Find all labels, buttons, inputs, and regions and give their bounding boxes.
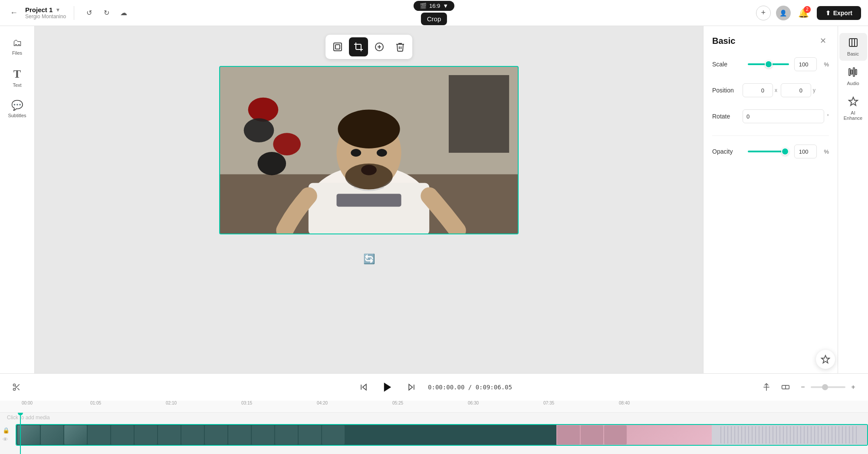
dropdown-icon[interactable]: ▼ bbox=[55, 7, 60, 13]
svg-point-18 bbox=[351, 149, 361, 157]
back-button[interactable]: ← bbox=[7, 6, 21, 20]
thumb-2 bbox=[41, 425, 63, 444]
svg-rect-8 bbox=[449, 75, 509, 153]
svg-point-16 bbox=[338, 110, 400, 148]
rotate-input[interactable] bbox=[743, 109, 824, 123]
ruler-mark-3: 03:15 bbox=[241, 401, 252, 405]
right-icon-audio[interactable]: Audio bbox=[839, 63, 867, 90]
scale-slider[interactable] bbox=[748, 63, 789, 65]
notification-button[interactable]: 🔔 2 bbox=[796, 5, 812, 21]
redo-button[interactable]: ↻ bbox=[99, 6, 113, 20]
thumb-4 bbox=[88, 425, 110, 444]
sidebar-item-subtitles[interactable]: 💬 Subtitles bbox=[2, 95, 33, 122]
project-name: Project 1 bbox=[25, 6, 53, 13]
floating-ai-button[interactable] bbox=[816, 350, 835, 369]
aspect-dropdown-icon: ▼ bbox=[443, 3, 448, 9]
delete-button[interactable] bbox=[391, 37, 410, 56]
left-sidebar: 🗂 Files T Text 💬 Subtitles bbox=[0, 26, 35, 373]
scale-value-input[interactable] bbox=[794, 57, 817, 71]
basic-icon bbox=[848, 37, 858, 49]
svg-point-20 bbox=[361, 165, 377, 175]
pink-segment bbox=[556, 425, 712, 445]
cloud-save-button[interactable]: ☁ bbox=[117, 6, 131, 20]
header: ← Project 1 ▼ Sergio Montanino ↺ ↻ ☁ 🎬 1… bbox=[0, 0, 868, 26]
position-y-input[interactable] bbox=[781, 83, 811, 97]
add-button[interactable]: + bbox=[756, 6, 771, 20]
refresh-icon[interactable]: 🔄 bbox=[363, 253, 375, 265]
time-display: 0:00:00.00 / 0:09:06.05 bbox=[428, 384, 512, 391]
svg-rect-22 bbox=[849, 39, 857, 46]
rewind-button[interactable] bbox=[356, 379, 372, 395]
ai-icon-label: AI Enhance bbox=[843, 110, 864, 121]
position-label: Position bbox=[712, 87, 743, 94]
add-overlay-button[interactable] bbox=[370, 37, 389, 56]
playhead[interactable] bbox=[20, 413, 21, 454]
sidebar-item-text[interactable]: T Text bbox=[2, 63, 33, 92]
fast-forward-button[interactable] bbox=[404, 379, 419, 395]
svg-marker-36 bbox=[363, 384, 366, 390]
zoom-out-button[interactable]: − bbox=[797, 381, 809, 393]
ai-enhance-icon bbox=[848, 96, 858, 109]
svg-point-12 bbox=[257, 152, 286, 175]
svg-rect-26 bbox=[851, 70, 852, 74]
opacity-slider[interactable] bbox=[748, 151, 789, 152]
canvas-toolbar bbox=[326, 35, 412, 59]
zoom-in-button[interactable]: + bbox=[847, 381, 859, 393]
basic-icon-label: Basic bbox=[847, 51, 859, 56]
ruler-mark-1: 01:05 bbox=[90, 401, 101, 405]
right-timeline-controls: − + bbox=[759, 379, 859, 395]
white-segment bbox=[712, 425, 867, 445]
camera-icon: 🎬 bbox=[420, 3, 427, 9]
panel-close-button[interactable]: ✕ bbox=[817, 35, 829, 47]
position-x-group: x bbox=[743, 83, 777, 97]
media-track[interactable] bbox=[16, 424, 868, 446]
svg-point-32 bbox=[13, 388, 16, 391]
opacity-row: Opacity % bbox=[712, 145, 829, 158]
position-x-input[interactable] bbox=[743, 83, 773, 97]
scissors-button[interactable] bbox=[9, 379, 24, 395]
svg-line-35 bbox=[15, 386, 16, 387]
audio-icon bbox=[848, 67, 858, 79]
aspect-ratio-button[interactable]: 🎬 16:9 ▼ bbox=[414, 1, 454, 11]
thumb-14 bbox=[322, 425, 345, 444]
export-label: Export bbox=[833, 10, 852, 16]
bottom-area: 0:00:00.00 / 0:09:06.05 − + 00:00 01:05 … bbox=[0, 373, 868, 454]
scale-label: Scale bbox=[712, 61, 743, 68]
play-controls bbox=[356, 378, 419, 396]
undo-button[interactable]: ↺ bbox=[82, 6, 96, 20]
svg-point-11 bbox=[273, 133, 301, 155]
sidebar-text-label: Text bbox=[13, 82, 21, 88]
svg-line-34 bbox=[17, 388, 20, 390]
fit-button[interactable] bbox=[328, 37, 347, 56]
pink-thumb-2 bbox=[581, 425, 603, 444]
timeline-ruler: 00:00 01:05 02:10 03:15 04:20 05:25 06:3… bbox=[0, 401, 868, 413]
track-lock-icon: 🔒 bbox=[3, 427, 10, 434]
crop-button[interactable] bbox=[349, 37, 368, 56]
position-row: Position x y bbox=[712, 83, 829, 97]
ruler-mark-8: 08:40 bbox=[619, 401, 630, 405]
split-button[interactable] bbox=[778, 379, 793, 395]
svg-marker-38 bbox=[384, 383, 391, 392]
timeline-controls: 0:00:00.00 / 0:09:06.05 − + bbox=[0, 374, 868, 401]
right-icon-basic[interactable]: Basic bbox=[839, 33, 867, 61]
right-icons-sidebar: Basic Audio AI Enhance bbox=[838, 26, 868, 373]
ruler-mark-6: 06:30 bbox=[468, 401, 479, 405]
play-button[interactable] bbox=[378, 378, 397, 396]
avatar: 👤 bbox=[776, 6, 791, 20]
zoom-slider[interactable] bbox=[811, 386, 845, 388]
svg-marker-30 bbox=[822, 355, 829, 363]
opacity-value-input[interactable] bbox=[794, 145, 817, 158]
rotate-input-group: ° bbox=[743, 109, 829, 123]
add-media-label[interactable]: Click to add media bbox=[7, 415, 50, 421]
thumb-11 bbox=[252, 425, 274, 444]
sidebar-item-files[interactable]: 🗂 Files bbox=[2, 33, 33, 60]
thumb-6 bbox=[135, 425, 157, 444]
header-left: ← Project 1 ▼ Sergio Montanino ↺ ↻ ☁ bbox=[7, 6, 131, 20]
video-container bbox=[219, 66, 519, 234]
center-playhead-button[interactable] bbox=[759, 379, 774, 395]
svg-rect-27 bbox=[853, 68, 855, 76]
export-button[interactable]: ⬆ Export bbox=[817, 6, 861, 20]
scale-slider-container bbox=[748, 63, 789, 65]
right-icon-ai[interactable]: AI Enhance bbox=[839, 92, 867, 125]
video-track-row: 🔒 👁 bbox=[0, 422, 868, 447]
